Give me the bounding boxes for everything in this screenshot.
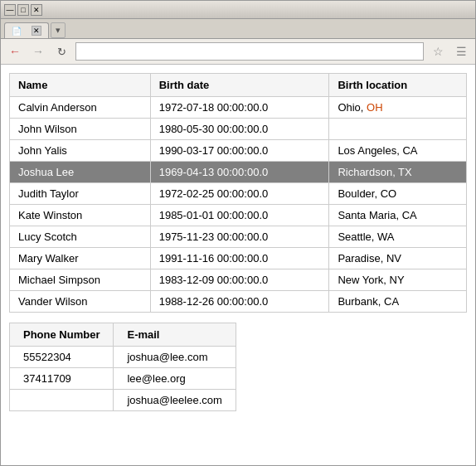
contact-birthlocation: Ohio, OH — [329, 97, 467, 119]
table-row[interactable]: Vander Wilson1988-12-26 00:00:00.0Burban… — [10, 291, 467, 313]
contact-birthlocation — [329, 119, 467, 140]
back-button[interactable]: ← — [6, 42, 24, 61]
contact-name: Kate Winston — [10, 205, 151, 226]
contact-birthlocation: Burbank, CA — [329, 291, 467, 313]
browser-window: — □ ✕ 📄 ✕ ▾ ← → ↻ ☆ ☰ Name Birth dat — [0, 0, 476, 466]
active-tab[interactable]: 📄 ✕ — [4, 22, 49, 38]
tab-close-button[interactable]: ✕ — [32, 26, 41, 36]
forward-button[interactable]: → — [29, 42, 47, 61]
new-tab-button[interactable]: ▾ — [51, 22, 66, 38]
contact-name: Mary Walker — [10, 248, 151, 269]
bookmark-button[interactable]: ☆ — [429, 42, 447, 61]
detail-row: 55522304joshua@lee.com — [10, 347, 236, 368]
contact-birthdate: 1983-12-09 00:00:00.0 — [150, 269, 329, 291]
detail-col-email: E-mail — [114, 323, 236, 347]
contact-birthdate: 1980-05-30 00:00:00.0 — [150, 119, 329, 140]
contact-name: Judith Taylor — [10, 183, 151, 205]
tab-bar: 📄 ✕ ▾ — [1, 19, 475, 39]
contact-birthdate: 1991-11-16 00:00:00.0 — [150, 248, 329, 269]
navigation-bar: ← → ↻ ☆ ☰ — [1, 39, 475, 65]
detail-phone — [10, 390, 114, 411]
detail-phone: 55522304 — [10, 347, 114, 368]
detail-email: joshua@lee.com — [114, 347, 236, 368]
contact-birthlocation: Paradise, NV — [329, 248, 467, 269]
contact-name: Vander Wilson — [10, 291, 151, 313]
page-content: Name Birth date Birth location Calvin An… — [1, 65, 475, 465]
table-row[interactable]: Mary Walker1991-11-16 00:00:00.0Paradise… — [10, 248, 467, 269]
contact-name: Joshua Lee — [10, 162, 151, 183]
close-button[interactable]: ✕ — [31, 4, 42, 16]
contact-birthdate: 1985-01-01 00:00:00.0 — [150, 205, 329, 226]
window-controls: — □ ✕ — [4, 4, 42, 16]
minimize-button[interactable]: — — [4, 4, 16, 16]
table-row[interactable]: Michael Simpson1983-12-09 00:00:00.0New … — [10, 269, 467, 291]
detail-email: lee@lee.org — [114, 368, 236, 390]
table-row[interactable]: Calvin Anderson1972-07-18 00:00:00.0Ohio… — [10, 97, 467, 119]
table-row[interactable]: Kate Winston1985-01-01 00:00:00.0Santa M… — [10, 205, 467, 226]
contact-birthdate: 1972-07-18 00:00:00.0 — [150, 97, 329, 119]
col-header-birthlocation: Birth location — [329, 74, 467, 97]
contact-birthdate: 1972-02-25 00:00:00.0 — [150, 183, 329, 205]
contact-name: Lucy Scotch — [10, 226, 151, 248]
contact-birthlocation: New York, NY — [329, 269, 467, 291]
url-bar[interactable] — [75, 42, 424, 61]
detail-email: joshua@leelee.com — [114, 390, 236, 411]
table-row[interactable]: John Yalis1990-03-17 00:00:00.0Los Angel… — [10, 140, 467, 162]
title-bar: — □ ✕ — [1, 1, 475, 19]
contact-birthlocation: Santa Maria, CA — [329, 205, 467, 226]
contact-name: Calvin Anderson — [10, 97, 151, 119]
contact-birthlocation: Seattle, WA — [329, 226, 467, 248]
col-header-birthdate: Birth date — [150, 74, 329, 97]
contact-name: Michael Simpson — [10, 269, 151, 291]
contact-name: John Yalis — [10, 140, 151, 162]
contact-birthlocation: Boulder, CO — [329, 183, 467, 205]
detail-table: Phone Number E-mail 55522304joshua@lee.c… — [9, 323, 236, 411]
contact-birthdate: 1975-11-23 00:00:00.0 — [150, 226, 329, 248]
col-header-name: Name — [10, 74, 151, 97]
highlight-text: OH — [367, 101, 383, 114]
table-row[interactable]: Judith Taylor1972-02-25 00:00:00.0Boulde… — [10, 183, 467, 205]
contact-birthlocation: Los Angeles, CA — [329, 140, 467, 162]
detail-row: joshua@leelee.com — [10, 390, 236, 411]
table-row[interactable]: John Wilson1980-05-30 00:00:00.0 — [10, 119, 467, 140]
tab-icon: 📄 — [12, 27, 22, 36]
menu-button[interactable]: ☰ — [452, 42, 470, 61]
refresh-button[interactable]: ↻ — [52, 42, 70, 61]
detail-phone: 37411709 — [10, 368, 114, 390]
contact-birthdate: 1990-03-17 00:00:00.0 — [150, 140, 329, 162]
table-row[interactable]: Joshua Lee1969-04-13 00:00:00.0Richardso… — [10, 162, 467, 183]
contact-birthdate: 1988-12-26 00:00:00.0 — [150, 291, 329, 313]
detail-col-phone: Phone Number — [10, 323, 114, 347]
table-row[interactable]: Lucy Scotch1975-11-23 00:00:00.0Seattle,… — [10, 226, 467, 248]
maximize-button[interactable]: □ — [17, 4, 29, 16]
contact-birthdate: 1969-04-13 00:00:00.0 — [150, 162, 329, 183]
contacts-table: Name Birth date Birth location Calvin An… — [9, 73, 467, 313]
contact-birthlocation: Richardson, TX — [329, 162, 467, 183]
contact-name: John Wilson — [10, 119, 151, 140]
detail-row: 37411709lee@lee.org — [10, 368, 236, 390]
